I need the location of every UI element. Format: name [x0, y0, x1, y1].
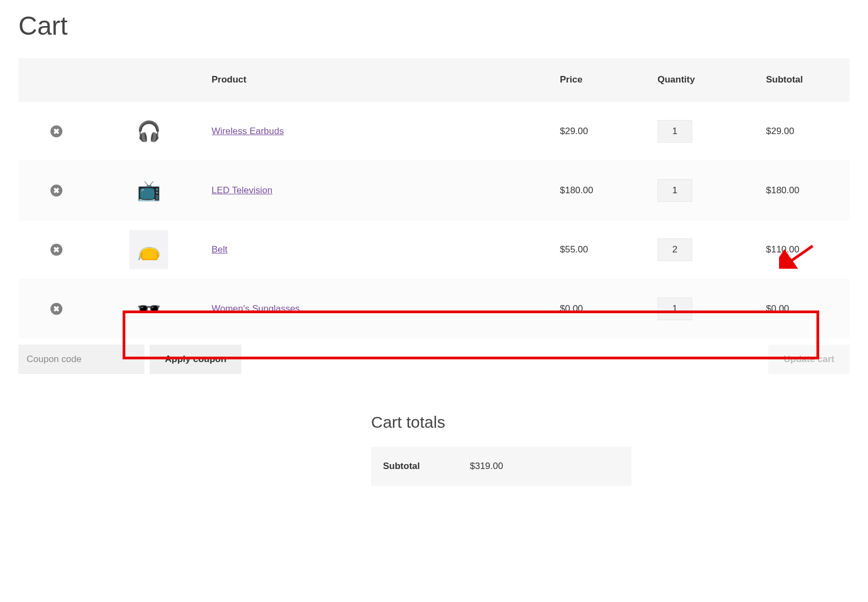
product-subtotal: $29.00: [757, 102, 850, 161]
product-subtotal: $110.00: [757, 220, 850, 280]
coupon-code-input[interactable]: [18, 345, 144, 374]
table-row: ✖🎧Wireless Earbuds$29.00$29.00: [18, 102, 850, 161]
quantity-input[interactable]: [658, 179, 692, 202]
page-title: Cart: [18, 11, 850, 41]
table-row: ✖👝Belt$55.00$110.00: [18, 220, 850, 280]
product-link[interactable]: Belt: [212, 244, 227, 255]
coupon-area: Apply coupon: [18, 345, 241, 374]
table-row: ✖🕶️Women's Sunglasses$0.00$0.00: [18, 280, 850, 339]
product-subtotal: $0.00: [757, 280, 850, 339]
product-link[interactable]: Wireless Earbuds: [212, 126, 284, 136]
product-link[interactable]: Women's Sunglasses: [212, 303, 300, 314]
col-quantity-header: Quantity: [649, 58, 757, 102]
remove-item-button[interactable]: ✖: [50, 303, 62, 315]
product-link[interactable]: LED Television: [212, 185, 272, 195]
cart-header-row: Product Price Quantity Subtotal: [18, 58, 850, 102]
cart-totals-title: Cart totals: [371, 413, 850, 432]
cart-table: Product Price Quantity Subtotal ✖🎧Wirele…: [18, 58, 850, 338]
col-price-header: Price: [551, 58, 649, 102]
col-remove-header: [18, 58, 94, 102]
apply-coupon-button[interactable]: Apply coupon: [150, 345, 241, 374]
totals-subtotal-value: $319.00: [470, 461, 503, 472]
product-thumbnail[interactable]: 🎧: [129, 112, 168, 151]
cart-actions: Apply coupon Update cart: [18, 345, 850, 374]
product-price: $0.00: [551, 280, 649, 339]
totals-row: Subtotal $319.00: [371, 447, 631, 486]
cart-table-wrap: Product Price Quantity Subtotal ✖🎧Wirele…: [18, 58, 850, 338]
product-price: $180.00: [551, 161, 649, 220]
col-product-header: Product: [203, 58, 551, 102]
product-price: $29.00: [551, 102, 649, 161]
update-cart-button[interactable]: Update cart: [768, 345, 850, 374]
product-subtotal: $180.00: [757, 161, 850, 220]
remove-item-button[interactable]: ✖: [50, 125, 62, 137]
quantity-input[interactable]: [658, 297, 692, 320]
cart-totals: Cart totals Subtotal $319.00: [371, 413, 850, 486]
col-thumb-header: [94, 58, 203, 102]
product-thumbnail[interactable]: 🕶️: [129, 289, 168, 328]
product-price: $55.00: [551, 220, 649, 280]
remove-item-button[interactable]: ✖: [50, 185, 62, 197]
col-subtotal-header: Subtotal: [757, 58, 850, 102]
totals-subtotal-label: Subtotal: [383, 461, 437, 472]
quantity-input[interactable]: [658, 238, 692, 261]
product-thumbnail[interactable]: 👝: [129, 230, 168, 269]
remove-item-button[interactable]: ✖: [50, 244, 62, 256]
quantity-input[interactable]: [658, 120, 692, 143]
product-thumbnail[interactable]: 📺: [129, 171, 168, 210]
table-row: ✖📺LED Television$180.00$180.00: [18, 161, 850, 220]
